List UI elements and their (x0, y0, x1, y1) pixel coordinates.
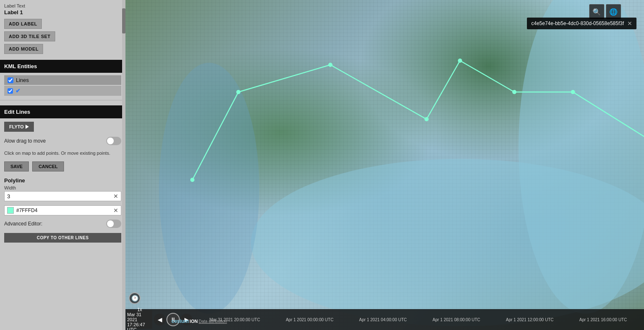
map-area[interactable]: 🔍 🌐 c4e5e74e-bb5e-4dc0-830d-05658e585f3f… (125, 0, 644, 330)
label-text-heading: Label Text (4, 3, 121, 8)
cesium-ion-text: ION (189, 319, 198, 324)
kml-lines-checkbox[interactable] (8, 77, 13, 83)
tl-label-2: Apr 1 2021 04:00:00 UTC (359, 317, 407, 322)
panel-scroll-thumb[interactable] (122, 8, 125, 33)
left-panel: Label Text Label 1 ADD LABEL ADD 3D TILE… (0, 0, 125, 330)
copy-to-other-lines-button[interactable]: COPY TO OTHER LINES (4, 233, 121, 243)
save-button[interactable]: SAVE (4, 161, 29, 171)
clock-icon[interactable]: 🕐 (129, 292, 141, 304)
kml-lines-row[interactable]: Lines (4, 75, 121, 85)
edit-lines-body: FLYTO Alow drag to move Click on map to … (0, 118, 125, 330)
separator-1 (0, 100, 125, 100)
timeline-date: Mar 31 2021 (127, 312, 152, 322)
timeline-time: 17:26:47 UTC (127, 322, 152, 330)
search-map-button[interactable]: 🔍 (589, 4, 604, 19)
advanced-editor-label: Advanced Editor: (4, 221, 42, 227)
kml-entities-header: KML Entities (0, 60, 125, 73)
width-label: Width (4, 185, 121, 190)
cesium-text: cesium (171, 318, 189, 324)
label-text-value: Label 1 (4, 9, 121, 15)
panel-scrollbar[interactable] (122, 0, 125, 330)
flyto-label: FLYTO (9, 124, 24, 129)
flyto-button[interactable]: FLYTO (4, 122, 34, 132)
width-value: 3 (7, 193, 113, 200)
advanced-editor-row: Advanced Editor: (4, 220, 121, 228)
timeline-speed-display: 1x Mar 31 2021 17:26:47 UTC (127, 310, 152, 329)
kml-body: Lines ✔ (0, 73, 125, 98)
tooltip-id: c4e5e74e-bb5e-4dc0-830d-05658e585f3f (531, 20, 624, 26)
clock-icon-area[interactable]: 🕐 (129, 292, 141, 304)
tooltip-close-icon[interactable]: ✕ (627, 20, 632, 27)
color-swatch (7, 207, 14, 214)
flyto-arrow-icon (26, 125, 29, 129)
satellite-map (125, 0, 644, 330)
panel-top: Label Text Label 1 ADD LABEL ADD 3D TILE… (0, 0, 125, 60)
speed-value: 1x (137, 307, 142, 312)
kml-sub-row[interactable]: ✔ (4, 86, 121, 96)
color-value: #7FFFD4 (16, 207, 113, 213)
map-tooltip: c4e5e74e-bb5e-4dc0-830d-05658e585f3f ✕ (527, 18, 636, 29)
edit-lines-header: Edit Lines (0, 105, 125, 118)
drag-toggle-label: Alow drag to move (4, 138, 46, 144)
kml-check-icon: ✔ (15, 87, 20, 94)
timeline-prev-button[interactable]: ◀ (154, 314, 166, 325)
globe-button[interactable]: 🌐 (606, 4, 621, 19)
tl-label-3: Apr 1 2021 08:00:00 UTC (432, 317, 480, 322)
cesium-logo: cesium ION Data attribution (171, 318, 227, 324)
hint-text: Click on map to add points. Or move exis… (4, 150, 121, 156)
drag-toggle-row: Alow drag to move (4, 137, 121, 145)
tl-label-5: Apr 1 2021 16:00:00 UTC (579, 317, 627, 322)
color-row[interactable]: #7FFFD4 ✕ (4, 205, 121, 215)
cancel-button[interactable]: CANCEL (32, 161, 64, 171)
polyline-label: Polyline (4, 177, 121, 184)
timeline-bar: 1x Mar 31 2021 17:26:47 UTC ◀ ⏸ ▶ cesium… (125, 309, 644, 330)
add-3d-tile-set-button[interactable]: ADD 3D TILE SET (4, 31, 55, 41)
width-clear-icon[interactable]: ✕ (113, 193, 118, 200)
kml-lines-label: Lines (16, 77, 29, 83)
add-label-button[interactable]: ADD LABEL (4, 19, 42, 29)
kml-sub-checkbox[interactable] (8, 88, 13, 94)
drag-toggle-slider (106, 137, 121, 145)
color-clear-icon[interactable]: ✕ (113, 207, 118, 214)
save-cancel-row: SAVE CANCEL (4, 161, 121, 171)
tl-label-4: Apr 1 2021 12:00:00 UTC (506, 317, 554, 322)
add-model-button[interactable]: ADD MODEL (4, 44, 43, 54)
map-controls-top-right: 🔍 🌐 (589, 4, 621, 19)
tl-label-1: Apr 1 2021 00:00:00 UTC (286, 317, 333, 322)
advanced-toggle-slider (106, 220, 121, 228)
drag-toggle-switch[interactable] (106, 137, 121, 145)
width-row: 3 ✕ (4, 191, 121, 201)
data-source-link[interactable]: Data attribution (199, 319, 227, 324)
city-texture-overlay (125, 0, 644, 330)
timeline-labels: Mar 31 2021 20:00:00 UTC Apr 1 2021 00:0… (192, 317, 644, 322)
advanced-toggle-switch[interactable] (106, 220, 121, 228)
